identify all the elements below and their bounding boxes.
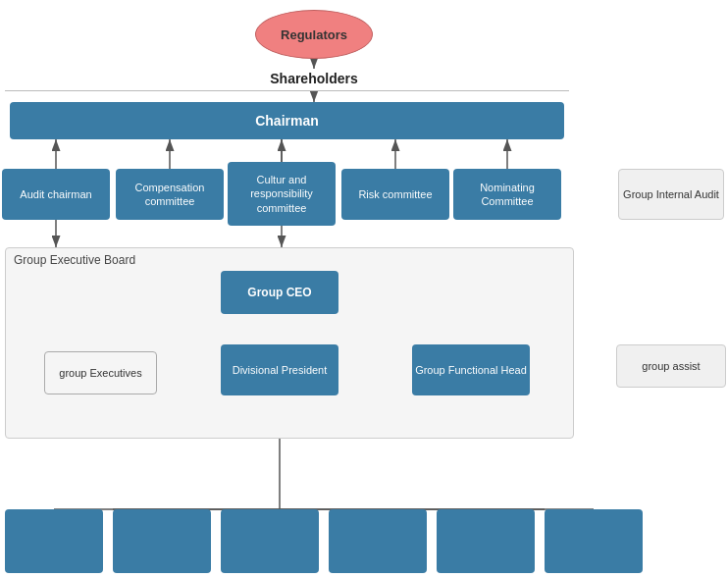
audit-chairman-box: Audit chairman — [2, 169, 110, 220]
group-executives-box: group Executives — [44, 351, 157, 394]
group-ceo-box: Group CEO — [221, 271, 338, 314]
regulators-node: Regulators — [255, 10, 373, 59]
shareholders-label: Shareholders — [235, 71, 392, 86]
bottom-box-1 — [5, 509, 103, 573]
group-assist-box: group assist — [616, 344, 726, 388]
exec-board-label: Group Executive Board — [14, 253, 135, 267]
shareholders-divider — [5, 90, 569, 91]
nominating-committee-box: Nominating Committee — [453, 169, 561, 220]
bottom-box-4 — [329, 509, 427, 573]
bottom-box-5 — [437, 509, 535, 573]
internal-audit-box: Group Internal Audit — [618, 169, 724, 220]
compensation-committee-box: Compensation committee — [116, 169, 224, 220]
bottom-box-6 — [545, 509, 643, 573]
group-functional-head-box: Group Functional Head — [412, 344, 530, 395]
divisional-president-box: Divisional President — [221, 344, 338, 395]
cultur-committee-box: Cultur and responsibility committee — [228, 162, 336, 226]
risk-committee-box: Risk committee — [341, 169, 449, 220]
chairman-box: Chairman — [10, 102, 564, 139]
bottom-box-3 — [221, 509, 319, 573]
diagram: Regulators Shareholders Chairman Audit c… — [0, 0, 728, 578]
bottom-box-2 — [113, 509, 211, 573]
